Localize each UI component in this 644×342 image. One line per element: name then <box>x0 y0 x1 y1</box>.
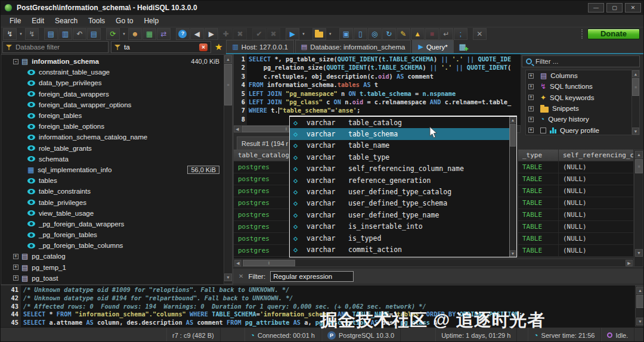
helper-filter-input[interactable]: Filter ... <box>535 58 558 65</box>
autocomplete-item-reference-generation[interactable]: ◇varcharreference_generation <box>290 175 509 186</box>
next-button[interactable]: ▶ <box>205 28 218 40</box>
expand-icon[interactable]: + <box>13 265 18 270</box>
scroll-thumb[interactable]: ‖ <box>243 260 295 266</box>
server-button[interactable]: ▤ <box>87 28 101 40</box>
grid-cell[interactable]: (NULL) <box>559 173 634 185</box>
grid-cell[interactable]: (NULL) <box>559 161 634 173</box>
wrap-button[interactable]: ↵ <box>439 28 453 40</box>
menu-item-help[interactable]: Help <box>138 15 164 26</box>
scroll-thumb[interactable] <box>636 295 644 308</box>
category-query-profile[interactable]: +Query profile <box>526 125 639 135</box>
tree-item-table-privileges[interactable]: table_privileges <box>1 197 223 207</box>
autocomplete-item-user-defined-type-schema[interactable]: ◇varcharuser_defined_type_schema <box>290 198 509 209</box>
grid-cell[interactable]: (NULL) <box>559 245 634 257</box>
autocomplete-item-is-typed[interactable]: ◇varcharis_typed <box>290 232 509 244</box>
log-scrollbar[interactable]: ▲ ▼ <box>635 285 644 327</box>
scroll-up-icon[interactable]: ▲ <box>632 70 639 77</box>
scroll-down-icon[interactable]: ▼ <box>635 249 643 257</box>
data-flow-button[interactable]: ⇄ <box>157 28 171 40</box>
menu-item-file[interactable]: File <box>4 15 26 26</box>
menu-item-search[interactable]: Search <box>49 15 83 26</box>
tree-item-foreign-table-options[interactable]: foreign_table_options <box>1 121 223 132</box>
tree-item-pg-foreign-table-columns[interactable]: _pg_foreign_table_columns <box>1 240 223 251</box>
tree-item-role-table-grants[interactable]: role_table_grants <box>1 143 223 154</box>
autocomplete-item-commit-action[interactable]: ◇varcharcommit_action <box>290 244 509 255</box>
grid-cell[interactable]: postgres <box>234 161 289 173</box>
tree-item-foreign-data-wrappers[interactable]: foreign_data_wrappers <box>1 89 223 100</box>
scroll-thumb[interactable]: ≡ <box>635 159 643 173</box>
scroll-down-icon[interactable]: ▼ <box>510 250 516 257</box>
column-header[interactable]: _type <box>518 150 559 161</box>
tree-item-foreign-tables[interactable]: foreign_tables <box>1 110 223 121</box>
tree-item-pg-catalog[interactable]: +▤pg_catalog <box>1 251 223 262</box>
grid-cell[interactable]: TABLE <box>518 233 559 245</box>
grid-cell[interactable]: (NULL) <box>559 185 634 197</box>
autocomplete-item-self-referencing-column-name[interactable]: ◇varcharself_referencing_column_name <box>290 163 509 175</box>
copy-button[interactable]: ▤ <box>44 28 58 40</box>
category-sql-functions[interactable]: +↯SQL functions <box>526 81 639 92</box>
save-button[interactable]: ▣ <box>339 28 353 40</box>
category-query-history[interactable]: +◔Query history <box>526 114 639 125</box>
run-button[interactable]: ▶ <box>286 28 299 40</box>
tree-item-pg-toast[interactable]: +▤pg_toast <box>1 273 223 284</box>
chevron-down-icon[interactable]: ▼ <box>300 32 307 36</box>
scroll-down-icon[interactable]: ▼ <box>636 318 644 325</box>
table-filter-input[interactable]: ta <box>124 43 130 51</box>
scroll-up-icon[interactable]: ▲ <box>636 287 644 294</box>
reformat-button[interactable]: ✎ <box>397 28 410 40</box>
expand-icon[interactable]: + <box>528 73 534 79</box>
tree-item-information-schema-catalog-name[interactable]: information_schema_catalog_name <box>1 132 223 142</box>
grid-cell[interactable]: TABLE <box>518 221 559 233</box>
grid-cell[interactable]: (NULL) <box>559 233 634 245</box>
previous-button[interactable]: ◀ <box>190 28 204 40</box>
menu-item-go-to[interactable]: Go to <box>110 15 138 26</box>
column-header[interactable]: self_referencing_col <box>559 150 634 161</box>
scroll-left-icon[interactable]: ◀ <box>234 260 242 266</box>
grid-cell[interactable]: TABLE <box>518 173 559 185</box>
grid-cell[interactable]: postgres <box>234 209 289 221</box>
minimize-button[interactable]: — <box>588 3 604 13</box>
expand-icon[interactable]: + <box>528 128 534 133</box>
help-button[interactable]: ? <box>176 28 190 40</box>
maximize-button[interactable]: ▢ <box>606 3 623 13</box>
autocomplete-item-table-type[interactable]: ◇varchartable_type <box>290 151 509 163</box>
expand-icon[interactable]: + <box>13 275 18 281</box>
autocomplete-item-table-catalog[interactable]: ◇varchartable_catalog <box>290 117 509 128</box>
sql-editor[interactable]: 12345678 SELECT *, pg_table_size(QUOTE_I… <box>233 54 521 125</box>
semicolon-button[interactable]: ; <box>454 28 467 40</box>
tree-item-foreign-data-wrapper-options[interactable]: foreign_data_wrapper_options <box>1 100 223 110</box>
grid-cell[interactable]: postgres <box>234 173 289 185</box>
tree-item-pg-foreign-tables[interactable]: _pg_foreign_tables <box>1 229 223 240</box>
profile-checkbox[interactable] <box>540 128 546 133</box>
tree-item-view-table-usage[interactable]: view_table_usage <box>1 208 223 219</box>
tree-item-schemata[interactable]: schemata <box>1 154 223 164</box>
grid-cell[interactable]: postgres <box>234 185 289 197</box>
autocomplete-item-user-defined-type-catalog[interactable]: ◇varcharuser_defined_type_catalog <box>290 186 509 197</box>
tab-query[interactable]: ▶Query* <box>412 40 453 53</box>
scroll-right-icon[interactable]: ▶ <box>626 260 633 266</box>
result-tab[interactable]: Result #1 (194 r › <box>237 136 298 150</box>
user-manager-button[interactable]: ☻ <box>128 28 142 40</box>
clear-grid-filter-icon[interactable]: ✕ <box>239 273 243 279</box>
tab-host-127-0-0-1[interactable]: ▥Host: 127.0.0.1 <box>226 40 293 53</box>
dropdown-scrollbar[interactable]: ▲ ▼ <box>509 117 516 257</box>
grid-cell[interactable]: TABLE <box>518 161 559 173</box>
paste-button[interactable]: ▥ <box>58 28 72 40</box>
tab-database-information-schema[interactable]: ▤Database: information_schema <box>295 40 411 53</box>
stop-button[interactable]: ■ <box>425 28 439 40</box>
grid-cell[interactable]: (NULL) <box>559 197 634 209</box>
autocomplete-item-is-insertable-into[interactable]: ◇varcharis_insertable_into <box>290 221 509 232</box>
scroll-left-icon[interactable]: ◀ <box>234 126 241 132</box>
grid-filter-input[interactable] <box>270 271 354 282</box>
grid-cell[interactable]: postgres <box>234 197 289 209</box>
chevron-down-icon[interactable]: ▼ <box>17 32 24 36</box>
scroll-up-icon[interactable]: ▲ <box>510 117 516 123</box>
find-button[interactable]: ◎ <box>368 28 382 40</box>
menu-item-edit[interactable]: Edit <box>26 15 49 26</box>
autocomplete-item-table-schema[interactable]: ◇varchartable_schema <box>290 128 509 139</box>
clear-filter-icon[interactable]: ✕ <box>199 43 208 51</box>
disconnect-button[interactable]: ↯ <box>25 28 39 40</box>
grid-cell[interactable]: TABLE <box>518 185 559 197</box>
tree-item-pg-temp-1[interactable]: +▤pg_temp_1 <box>1 262 223 273</box>
autocomplete-item-user-defined-type-name[interactable]: ◇varcharuser_defined_type_name <box>290 209 509 220</box>
